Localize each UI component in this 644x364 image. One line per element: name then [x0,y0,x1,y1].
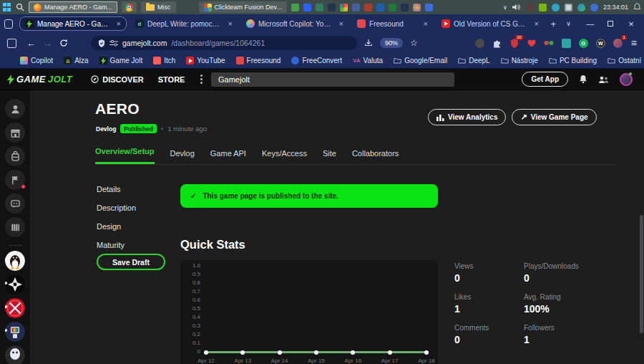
site-security-shield-icon[interactable] [98,39,105,47]
browser-tab-youtube[interactable]: Old Version of CS GO on Win × [436,16,544,31]
new-tab-button[interactable]: + [547,19,559,29]
rail-backpack-icon[interactable] [5,146,25,166]
tray-icon-discord[interactable] [526,4,534,11]
community-avatar-tux[interactable] [5,251,25,271]
tab-close-icon[interactable]: × [227,19,233,28]
volume-icon[interactable] [512,4,521,11]
pinned-app-icon-5[interactable] [340,4,348,11]
bookmark-freesound[interactable]: Freesound [236,57,281,64]
community-avatar-red-x[interactable] [5,298,25,318]
forward-button[interactable]: → [43,38,52,49]
rail-quests-icon[interactable] [5,170,25,190]
tray-icon-browser[interactable] [552,4,560,11]
tray-icon-nvidia[interactable] [539,4,547,11]
tab-keys-access[interactable]: Keys/Access [262,149,307,164]
rail-messages-icon[interactable] [5,193,25,214]
tab-site[interactable]: Site [323,149,336,164]
tray-icon-monitor[interactable] [565,4,572,11]
window-minimize-button[interactable]: — [582,19,599,28]
community-avatar-retro[interactable] [5,322,25,342]
friends-icon[interactable] [598,75,609,84]
zoom-level-badge[interactable]: 90% [380,38,403,48]
menu-item-details[interactable]: Details [97,185,136,193]
more-menu-kebab-icon[interactable] [200,78,203,80]
tray-chevron-icon[interactable]: ∨ [503,4,507,11]
extension-icon-glasses[interactable] [544,38,554,48]
task-button-clickteam[interactable]: Clickteam Fusion Dev... [199,1,287,13]
browser-profile-avatar[interactable]: 1 [613,38,623,48]
rail-profile-icon[interactable] [5,99,25,119]
menu-item-maturity[interactable]: Maturity [97,241,136,249]
tab-game-api[interactable]: Game API [210,149,246,164]
community-avatar-partial[interactable] [5,345,25,364]
view-analytics-button[interactable]: View Analytics [428,109,506,125]
browser-menu-icon[interactable]: ≡ [631,37,637,49]
tracking-prevention-icon[interactable] [109,39,118,47]
extension-icon-teal[interactable] [562,39,571,48]
url-field[interactable]: gamejolt.com/dashboard/games/1064261 [91,36,357,50]
nav-discover[interactable]: DISCOVER [91,75,143,84]
get-app-button[interactable]: Get App [522,72,568,87]
tab-list-chevron-icon[interactable]: ∨ [562,20,574,27]
refresh-button[interactable] [59,39,68,47]
bookmark-folder-google-email[interactable]: Google/Email [394,57,447,64]
bookmark-youtube[interactable]: YouTube [186,57,225,64]
bookmark-itch[interactable]: Itch [153,57,175,64]
browser-tab-freesound[interactable]: Freesound × [352,16,433,31]
menu-item-description[interactable]: Description [97,203,136,212]
tab-collaborators[interactable]: Collaborators [352,149,399,164]
gamejolt-logo[interactable]: GAMEJOLT [7,74,72,85]
task-button-firefox[interactable]: Manage AERO - Gam... [29,1,117,13]
bookmark-folder-nastroje[interactable]: Nástroje [501,57,538,64]
pinned-app-icon-4[interactable] [328,4,336,11]
bookmark-gamejolt[interactable]: Game Jolt [99,57,143,64]
nav-store[interactable]: STORE [158,75,185,84]
tab-devlog[interactable]: Devlog [170,149,195,164]
pinned-app-icon-3[interactable] [316,4,323,11]
page-scrollbar-thumb[interactable] [640,215,643,333]
extension-icon-heart[interactable] [527,39,536,47]
browser-tab-deepl[interactable]: d DeepL Write: pomocník pro v × [130,16,238,31]
bookmark-freeconvert[interactable]: FreeConvert [291,57,342,64]
task-button-chrome[interactable] [122,1,137,13]
tab-close-icon[interactable]: × [338,19,343,28]
tab-workspaces-icon[interactable] [4,19,13,29]
bookmark-copilot[interactable]: Copilot [20,57,53,64]
browser-tab-gamejolt[interactable]: Manage AERO - Game Jolt × [19,16,127,31]
pinned-app-icon-6[interactable] [352,4,360,11]
site-search-input[interactable] [211,72,454,87]
tab-close-icon[interactable]: × [533,19,539,28]
pinned-app-icon-11[interactable] [413,4,421,11]
window-close-button[interactable]: × [623,19,640,29]
menu-item-design[interactable]: Design [97,222,136,231]
clock[interactable]: 23:34:01 [603,4,628,11]
pinned-app-icon-7[interactable] [364,4,372,11]
extension-icon-w[interactable]: W [596,39,605,48]
extension-icon-adblock[interactable]: 20 [509,38,519,48]
window-maximize-button[interactable] [602,19,620,28]
community-avatar-pinwheel[interactable] [5,274,25,294]
pinned-app-icon-12[interactable] [425,4,433,11]
pinned-app-icon-8[interactable] [376,4,384,11]
start-button-icon[interactable] [3,3,11,11]
tray-icon-defender[interactable] [577,4,585,11]
bookmark-folder-pc-building[interactable]: PC Building [549,57,597,64]
sidebar-toggle-icon[interactable] [7,39,16,48]
bookmark-valuta[interactable]: VAValuta [353,57,383,64]
save-draft-button[interactable]: Save Draft [97,254,165,270]
bookmark-folder-deepl[interactable]: DeepL [458,57,489,64]
notifications-bell-icon[interactable] [579,75,587,84]
pinned-app-icon-10[interactable] [401,4,409,11]
tab-close-icon[interactable]: × [422,19,428,28]
view-game-page-button[interactable]: ↗ View Game Page [512,109,596,125]
browser-tab-copilot[interactable]: Microsoft Copilot: Your AI co × [241,16,348,31]
rail-store-icon[interactable] [5,123,25,143]
taskbar-search-icon[interactable] [16,3,24,11]
pinned-app-icon-1[interactable] [291,4,299,11]
tab-overview-setup[interactable]: Overview/Setup [95,147,155,164]
save-page-icon[interactable] [364,39,373,47]
pinned-app-icon-2[interactable] [303,4,311,11]
task-button-explorer-misc[interactable]: Misc [141,1,176,13]
tray-icon-update[interactable] [590,4,598,11]
notification-bell-icon[interactable] [633,3,641,11]
